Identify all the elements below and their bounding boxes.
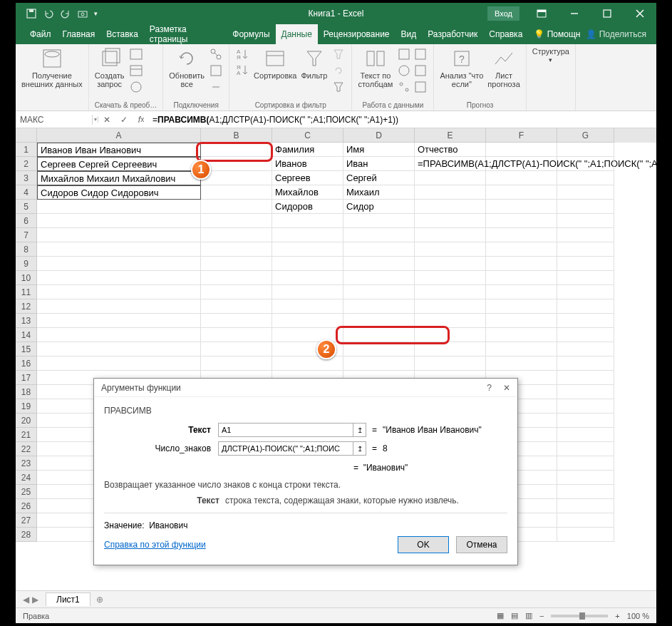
zoom-in-icon[interactable]: + bbox=[615, 612, 619, 620]
cell-G11[interactable] bbox=[557, 285, 614, 299]
cell-D11[interactable] bbox=[343, 285, 415, 299]
cell-G5[interactable] bbox=[557, 200, 614, 214]
cell-A3[interactable]: Михайлов Михаил Михайлович bbox=[37, 171, 201, 185]
cell-B16[interactable] bbox=[201, 356, 272, 371]
accept-formula-icon[interactable]: ✓ bbox=[115, 115, 133, 125]
cell-E9[interactable] bbox=[415, 257, 486, 271]
minimize-button[interactable] bbox=[558, 3, 591, 24]
cell-F6[interactable] bbox=[486, 214, 557, 228]
cell-G13[interactable] bbox=[557, 314, 614, 328]
cell-A10[interactable] bbox=[37, 271, 201, 285]
row-header[interactable]: 28 bbox=[16, 528, 37, 542]
forecast-sheet-button[interactable]: Лист прогноза bbox=[487, 47, 519, 88]
fx-icon[interactable]: fx bbox=[133, 115, 150, 125]
row-header[interactable]: 24 bbox=[16, 471, 37, 485]
cell-G12[interactable] bbox=[557, 299, 614, 314]
help-link[interactable]: Справка по этой функции bbox=[104, 540, 206, 550]
arg1-input[interactable] bbox=[218, 423, 353, 437]
select-all-button[interactable] bbox=[16, 128, 37, 143]
cell-G15[interactable] bbox=[557, 342, 614, 356]
recent-sources-icon[interactable] bbox=[129, 80, 143, 94]
text-to-columns-button[interactable]: Текст по столбцам bbox=[358, 47, 393, 88]
consolidate-icon[interactable] bbox=[413, 63, 428, 78]
cell-F14[interactable] bbox=[486, 328, 557, 342]
next-sheet-icon[interactable]: ▶ bbox=[32, 595, 38, 605]
cell-A7[interactable] bbox=[37, 228, 201, 242]
cell-G18[interactable] bbox=[557, 385, 614, 399]
dialog-close-icon[interactable]: ✕ bbox=[503, 383, 510, 393]
cell-D2[interactable]: Иван bbox=[343, 157, 415, 171]
data-validation-icon[interactable] bbox=[397, 63, 411, 78]
sheet-tab[interactable]: Лист1 bbox=[46, 592, 91, 606]
cell-A8[interactable] bbox=[37, 242, 201, 257]
advanced-icon[interactable] bbox=[331, 80, 346, 94]
row-header[interactable]: 12 bbox=[16, 299, 37, 314]
cancel-button[interactable]: Отмена bbox=[456, 536, 507, 553]
cell-E6[interactable] bbox=[415, 214, 486, 228]
row-header[interactable]: 6 bbox=[16, 214, 37, 228]
cell-D6[interactable] bbox=[343, 214, 415, 228]
row-header[interactable]: 17 bbox=[16, 371, 37, 385]
namebox-dropdown-icon[interactable]: ▾ bbox=[93, 116, 98, 123]
cell-C4[interactable]: Михайлов bbox=[272, 185, 343, 200]
cell-F15[interactable] bbox=[486, 342, 557, 356]
cell-C14[interactable] bbox=[272, 328, 343, 342]
cell-C8[interactable] bbox=[272, 242, 343, 257]
cell-G1[interactable] bbox=[557, 143, 614, 157]
row-header[interactable]: 9 bbox=[16, 257, 37, 271]
cell-G6[interactable] bbox=[557, 214, 614, 228]
cell-C7[interactable] bbox=[272, 228, 343, 242]
cell-D3[interactable]: Сергей bbox=[343, 171, 415, 185]
cell-D8[interactable] bbox=[343, 242, 415, 257]
show-queries-icon[interactable] bbox=[129, 47, 143, 61]
view-page-layout-icon[interactable]: ▤ bbox=[511, 611, 518, 620]
cell-B11[interactable] bbox=[201, 285, 272, 299]
cell-C9[interactable] bbox=[272, 257, 343, 271]
cell-D10[interactable] bbox=[343, 271, 415, 285]
cell-C5[interactable]: Сидоров bbox=[272, 200, 343, 214]
col-header-G[interactable]: G bbox=[557, 128, 614, 143]
cell-E10[interactable] bbox=[415, 271, 486, 285]
cell-G28[interactable] bbox=[557, 528, 614, 542]
cell-B6[interactable] bbox=[201, 214, 272, 228]
what-if-button[interactable]: ?Анализ "что если" bbox=[440, 47, 483, 88]
cell-G14[interactable] bbox=[557, 328, 614, 342]
cell-G8[interactable] bbox=[557, 242, 614, 257]
tab-home[interactable]: Главная bbox=[57, 24, 101, 44]
sort-button[interactable]: Сортировка bbox=[254, 47, 296, 80]
cell-C12[interactable] bbox=[272, 299, 343, 314]
cell-F7[interactable] bbox=[486, 228, 557, 242]
cell-E16[interactable] bbox=[415, 356, 486, 371]
cell-C6[interactable] bbox=[272, 214, 343, 228]
cell-A5[interactable] bbox=[37, 200, 201, 214]
cell-F11[interactable] bbox=[486, 285, 557, 299]
cell-C11[interactable] bbox=[272, 285, 343, 299]
col-header-F[interactable]: F bbox=[486, 128, 557, 143]
edit-links-icon[interactable] bbox=[209, 80, 223, 94]
reapply-icon[interactable] bbox=[331, 63, 346, 78]
row-header[interactable]: 8 bbox=[16, 242, 37, 257]
arg2-collapse-icon[interactable]: ↥ bbox=[353, 441, 366, 456]
row-header[interactable]: 27 bbox=[16, 513, 37, 528]
from-table-icon[interactable] bbox=[129, 63, 143, 78]
row-header[interactable]: 26 bbox=[16, 499, 37, 513]
flash-fill-icon[interactable] bbox=[397, 47, 411, 61]
cell-G17[interactable] bbox=[557, 371, 614, 385]
cell-D9[interactable] bbox=[343, 257, 415, 271]
tab-help[interactable]: Справка bbox=[483, 24, 528, 44]
cell-A16[interactable] bbox=[37, 356, 201, 371]
maximize-button[interactable] bbox=[591, 3, 624, 24]
cell-F9[interactable] bbox=[486, 257, 557, 271]
arg2-input[interactable] bbox=[218, 441, 353, 456]
cell-B10[interactable] bbox=[201, 271, 272, 285]
col-header-E[interactable]: E bbox=[415, 128, 486, 143]
cell-F4[interactable] bbox=[486, 185, 557, 200]
cell-G9[interactable] bbox=[557, 257, 614, 271]
tab-insert[interactable]: Вставка bbox=[100, 24, 144, 44]
cell-F5[interactable] bbox=[486, 200, 557, 214]
cell-A4[interactable]: Сидоров Сидор Сидорович bbox=[37, 185, 201, 200]
zoom-level[interactable]: 100 % bbox=[627, 612, 649, 620]
row-header[interactable]: 13 bbox=[16, 314, 37, 328]
tab-nav[interactable]: ◀▶ bbox=[16, 595, 46, 605]
cell-B12[interactable] bbox=[201, 299, 272, 314]
